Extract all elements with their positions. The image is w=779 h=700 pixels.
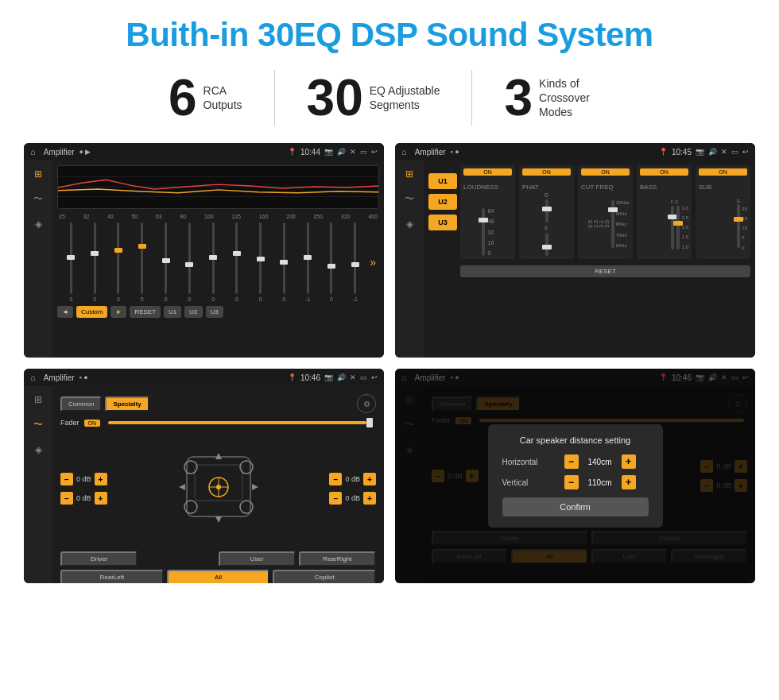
- fader-topbar: ⌂ Amplifier ▪ ● 📍 10:46 📷 🔊 ✕ ▭ ↩: [24, 369, 384, 386]
- back-icon-3[interactable]: ↩: [371, 373, 378, 381]
- sidebar-speaker-icon-2[interactable]: ◈: [406, 219, 413, 230]
- preset-u1[interactable]: U1: [428, 173, 457, 189]
- crossover-reset-btn[interactable]: RESET: [460, 265, 750, 277]
- vertical-plus-btn[interactable]: +: [622, 475, 636, 489]
- eq-custom-btn[interactable]: Custom: [76, 306, 108, 318]
- vol-plus-bottomleft[interactable]: +: [95, 492, 107, 505]
- vertical-label: Vertical: [502, 478, 558, 487]
- confirm-button[interactable]: Confirm: [502, 497, 649, 516]
- window-icon-3[interactable]: ▭: [360, 373, 367, 381]
- copilot-btn[interactable]: Copilot: [273, 570, 376, 583]
- loudness-on-btn[interactable]: ON: [463, 168, 512, 176]
- sidebar-speaker-icon[interactable]: ◈: [35, 219, 42, 230]
- back-icon-2[interactable]: ↩: [742, 148, 749, 156]
- close-icon[interactable]: ✕: [350, 148, 356, 156]
- preset-u2[interactable]: U2: [428, 194, 457, 210]
- sidebar-eq-icon-3[interactable]: ⊞: [34, 394, 42, 405]
- cutfreq-on-btn[interactable]: ON: [581, 168, 630, 176]
- eq-topbar: ⌂ Amplifier ● ▶ 📍 10:44 📷 🔊 ✕ ▭ ↩: [24, 143, 384, 160]
- vol-plus-topright[interactable]: +: [363, 473, 376, 485]
- loudness-slider: 64 48 32 16 0: [463, 192, 512, 256]
- home-icon[interactable]: ⌂: [30, 147, 36, 157]
- vol-controls-right: − 0 dB + − 0 dB +: [329, 432, 376, 545]
- crossover-content: ⊞ 〜 ◈ U1 U2 U3: [395, 160, 755, 358]
- eq-topbar-icons: 📍 10:44 📷 🔊 ✕ ▭ ↩: [288, 148, 378, 157]
- stat-rca: 6 RCAOutputs: [137, 72, 274, 123]
- eq-u1-btn[interactable]: U1: [164, 306, 181, 318]
- settings-icon[interactable]: ⚙: [357, 394, 376, 413]
- preset-u3[interactable]: U3: [428, 215, 457, 230]
- sidebar-speaker-icon-3[interactable]: ◈: [35, 444, 42, 455]
- expand-arrow-icon[interactable]: »: [370, 256, 376, 269]
- phat-on-btn[interactable]: ON: [522, 168, 571, 176]
- vol-minus-topleft[interactable]: −: [60, 473, 73, 485]
- eq-bottom-bar: ◄ Custom ► RESET U1 U2 U3: [57, 306, 379, 318]
- vol-plus-bottomright[interactable]: +: [363, 492, 376, 505]
- vertical-minus-btn[interactable]: −: [564, 475, 579, 489]
- user-btn[interactable]: User: [219, 551, 296, 567]
- close-icon-3[interactable]: ✕: [350, 373, 356, 381]
- crossover-topbar-icons: 📍 10:45 📷 🔊 ✕ ▭ ↩: [659, 148, 749, 157]
- home-icon-3[interactable]: ⌂: [30, 373, 36, 382]
- module-loudness: ON LOUDNESS 64 48: [460, 165, 515, 259]
- eq-reset-btn[interactable]: RESET: [130, 306, 161, 318]
- stat-number-rca: 6: [169, 72, 197, 123]
- stat-label-rca: RCAOutputs: [203, 83, 242, 112]
- vol-value-bottomleft: 0 dB: [76, 494, 91, 502]
- crossover-inner: U1 U2 U3 ON LOUDNESS: [428, 165, 750, 353]
- fader-on-btn[interactable]: ON: [84, 420, 101, 427]
- back-icon[interactable]: ↩: [371, 148, 378, 156]
- screen-crossover: ⌂ Amplifier ▪ ● 📍 10:45 📷 🔊 ✕ ▭ ↩ ⊞ 〜 ◈: [395, 143, 755, 358]
- camera-icon-3: 📷: [324, 373, 333, 381]
- eq-prev-btn[interactable]: ◄: [57, 306, 73, 318]
- vertical-value: 110cm: [583, 478, 618, 487]
- eq-play-btn[interactable]: ►: [110, 306, 126, 318]
- tab-common[interactable]: Common: [60, 396, 102, 412]
- sidebar-wave-icon-2[interactable]: 〜: [405, 192, 414, 206]
- sidebar-wave-icon[interactable]: 〜: [33, 192, 43, 206]
- tab-specialty[interactable]: Specialty: [105, 396, 149, 412]
- eq-slider-4: 0: [155, 222, 176, 302]
- bass-on-btn[interactable]: ON: [640, 168, 688, 176]
- vol-minus-bottomleft[interactable]: −: [60, 492, 73, 505]
- eq-slider-5: 0: [179, 222, 200, 302]
- eq-u2-btn[interactable]: U2: [184, 306, 202, 318]
- vol-plus-topleft[interactable]: +: [95, 473, 107, 485]
- module-bass: ON BASS F G: [637, 165, 692, 259]
- sub-on-btn[interactable]: ON: [699, 168, 747, 176]
- crossover-status-dots: ▪ ●: [451, 148, 459, 156]
- fader-title: Amplifier: [44, 373, 75, 382]
- eq-slider-0: 0: [60, 222, 82, 302]
- window-icon-2[interactable]: ▭: [731, 148, 738, 156]
- phat-label: PHAT: [522, 184, 539, 191]
- eq-sidebar: ⊞ 〜 ◈: [24, 160, 52, 358]
- location-icon-2: 📍: [659, 148, 668, 156]
- fader-thumb[interactable]: [366, 418, 373, 427]
- all-btn[interactable]: All: [167, 570, 270, 583]
- vol-minus-topright[interactable]: −: [329, 473, 342, 485]
- sidebar-eq-icon-2[interactable]: ⊞: [405, 168, 413, 180]
- close-icon-2[interactable]: ✕: [721, 148, 727, 156]
- rearright-btn[interactable]: RearRight: [299, 551, 376, 567]
- rearleft-btn[interactable]: RearLeft: [60, 570, 164, 583]
- horizontal-minus-btn[interactable]: −: [564, 454, 579, 469]
- car-diagram-wrapper: − 0 dB + − 0 dB +: [57, 429, 379, 548]
- vertical-row: Vertical − 110cm +: [502, 475, 649, 489]
- vol-minus-bottomright[interactable]: −: [329, 492, 342, 505]
- screen-dialog: ⌂ Amplifier ▪ ● 📍 10:46 📷 🔊 ✕ ▭ ↩ ⊞ 〜: [395, 369, 755, 583]
- sidebar-eq-icon[interactable]: ⊞: [34, 168, 42, 180]
- sidebar-wave-icon-3[interactable]: 〜: [33, 418, 43, 431]
- vol-controls-left: − 0 dB + − 0 dB +: [60, 432, 107, 545]
- fader-hslider[interactable]: [108, 421, 366, 424]
- eq-slider-11: 0: [321, 222, 343, 302]
- car-svg-wrapper: [112, 432, 325, 545]
- bass-slider: F G: [640, 192, 688, 256]
- car-diagram-svg: [175, 437, 262, 540]
- fader-content: ⊞ 〜 ◈ Common Specialty ⚙ Fader ON: [24, 386, 384, 583]
- eq-u3-btn[interactable]: U3: [206, 306, 223, 318]
- horizontal-plus-btn[interactable]: +: [622, 454, 636, 469]
- window-icon[interactable]: ▭: [360, 148, 367, 156]
- home-icon-2[interactable]: ⌂: [401, 147, 407, 157]
- driver-btn[interactable]: Driver: [60, 551, 138, 567]
- bass-label: BASS: [640, 184, 657, 191]
